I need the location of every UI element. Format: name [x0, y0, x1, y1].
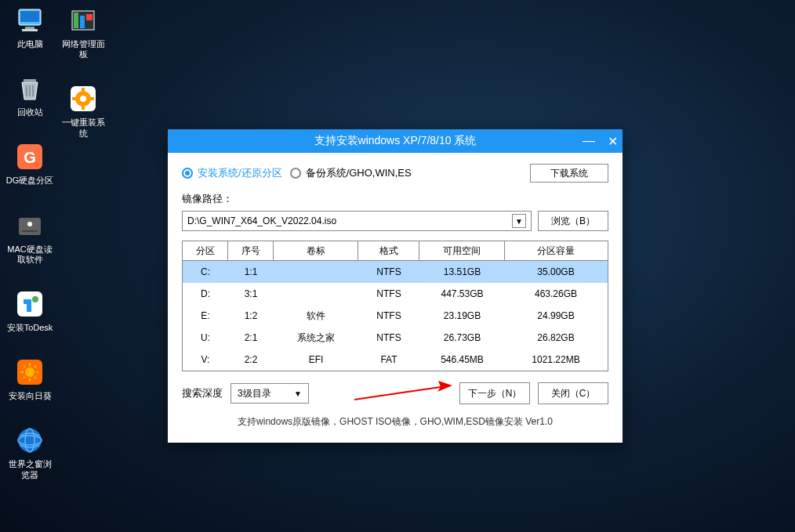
- desktop-icon-todesk[interactable]: 安装ToDesk: [5, 288, 55, 333]
- icon-label: 网络管理面板: [58, 39, 108, 60]
- diskgenius-icon: G: [14, 141, 45, 172]
- icon-label: 回收站: [17, 107, 43, 118]
- icon-label: 安装ToDesk: [7, 323, 53, 333]
- svg-rect-12: [22, 230, 38, 232]
- table-row[interactable]: E:1:2软件NTFS23.19GB24.99GB: [183, 305, 608, 327]
- svg-rect-38: [89, 97, 94, 100]
- svg-rect-29: [74, 13, 78, 28]
- download-button[interactable]: 下载系统: [530, 164, 608, 183]
- chevron-down-icon[interactable]: ▼: [512, 214, 526, 228]
- reinstall-icon: [67, 83, 99, 114]
- this-pc-icon: [14, 5, 45, 36]
- svg-rect-36: [82, 105, 85, 110]
- desktop[interactable]: 此电脑回收站GDG硬盘分区MAC硬盘读取软件安装ToDesk安装向日葵世界之窗浏…: [0, 0, 795, 532]
- minimize-icon[interactable]: —: [583, 134, 595, 148]
- close-button[interactable]: 关闭（C）: [538, 382, 608, 404]
- partition-table: 分区 序号 卷标 格式 可用空间 分区容量 C:1:1NTFS13.51GB35…: [182, 241, 608, 371]
- th-total: 分区容量: [505, 241, 607, 260]
- path-dropdown[interactable]: D:\G_WIN7_X64_OK_V2022.04.iso ▼: [182, 211, 532, 231]
- chevron-down-icon: ▼: [294, 389, 302, 398]
- mac-disk-icon: [14, 210, 45, 241]
- svg-rect-30: [80, 16, 85, 28]
- table-row[interactable]: U:2:1系统之家NTFS26.73GB26.82GB: [183, 327, 608, 349]
- th-index: 序号: [228, 241, 274, 260]
- svg-rect-1: [20, 11, 39, 22]
- installer-window: 支持安装windows XP/7/8/10 系统 — ✕ 安装系统/还原分区 备…: [168, 129, 623, 443]
- browser-icon: [14, 425, 45, 456]
- search-depth-label: 搜索深度: [182, 386, 223, 400]
- svg-point-25: [18, 429, 42, 452]
- icon-label: 世界之窗浏览器: [5, 459, 55, 480]
- browse-button[interactable]: 浏览（B）: [538, 211, 608, 231]
- icon-label: 此电脑: [17, 39, 43, 49]
- window-title: 支持安装windows XP/7/8/10 系统: [314, 134, 477, 148]
- th-vol: 卷标: [274, 241, 358, 260]
- desktop-icon-recycle-bin[interactable]: 回收站: [5, 73, 55, 118]
- svg-rect-31: [86, 14, 93, 20]
- svg-rect-37: [72, 97, 77, 100]
- svg-point-34: [80, 96, 86, 102]
- svg-point-14: [32, 296, 38, 302]
- svg-line-21: [24, 366, 25, 367]
- svg-point-11: [27, 222, 32, 226]
- icon-label: 安装向日葵: [9, 391, 52, 401]
- desktop-icon-sunflower[interactable]: 安装向日葵: [5, 356, 55, 401]
- table-row[interactable]: C:1:1NTFS13.51GB35.00GB: [183, 261, 608, 283]
- svg-point-16: [25, 367, 34, 377]
- recycle-bin-icon: [14, 73, 45, 104]
- titlebar[interactable]: 支持安装windows XP/7/8/10 系统 — ✕: [168, 129, 623, 153]
- svg-rect-4: [24, 79, 36, 82]
- depth-select[interactable]: 3级目录 ▼: [231, 383, 309, 404]
- table-row[interactable]: D:3:1NTFS447.53GB463.26GB: [183, 283, 608, 305]
- annotation-arrow-icon: [354, 381, 452, 404]
- path-label: 镜像路径：: [182, 192, 608, 206]
- svg-line-23: [34, 366, 36, 367]
- desktop-icon-net-panel[interactable]: 网络管理面板: [58, 5, 108, 60]
- icon-label: 一键重装系统: [58, 118, 108, 138]
- close-icon[interactable]: ✕: [608, 134, 618, 149]
- icon-label: DG硬盘分区: [6, 176, 54, 186]
- svg-rect-35: [82, 88, 85, 92]
- sunflower-icon: [14, 356, 45, 388]
- svg-line-22: [34, 377, 36, 378]
- desktop-icon-browser[interactable]: 世界之窗浏览器: [5, 425, 55, 480]
- icon-label: MAC硬盘读取软件: [5, 244, 55, 265]
- th-free: 可用空间: [419, 241, 505, 260]
- table-row[interactable]: V:2:2EFIFAT546.45MB1021.22MB: [183, 349, 608, 371]
- svg-line-39: [354, 387, 441, 400]
- footer-text: 支持windows原版镜像，GHOST ISO镜像，GHO,WIM,ESD镜像安…: [182, 411, 608, 429]
- net-panel-icon: [67, 5, 99, 36]
- svg-marker-40: [437, 381, 452, 392]
- desktop-icon-mac-disk[interactable]: MAC硬盘读取软件: [5, 210, 55, 265]
- radio-dot-icon: [182, 168, 193, 179]
- desktop-icon-reinstall[interactable]: 一键重装系统: [58, 83, 108, 138]
- todesk-icon: [14, 288, 45, 320]
- desktop-icon-this-pc[interactable]: 此电脑: [5, 5, 55, 49]
- svg-rect-2: [25, 27, 34, 29]
- svg-text:G: G: [24, 149, 36, 166]
- radio-install[interactable]: 安装系统/还原分区: [182, 166, 282, 180]
- desktop-icon-diskgenius[interactable]: GDG硬盘分区: [5, 141, 55, 186]
- next-button[interactable]: 下一步（N）: [459, 382, 530, 404]
- svg-rect-3: [22, 29, 38, 31]
- radio-dot-icon: [290, 168, 301, 179]
- th-drive: 分区: [183, 241, 228, 260]
- radio-backup[interactable]: 备份系统/GHO,WIN,ES: [290, 166, 412, 180]
- svg-line-24: [24, 377, 25, 378]
- th-fs: 格式: [358, 241, 419, 260]
